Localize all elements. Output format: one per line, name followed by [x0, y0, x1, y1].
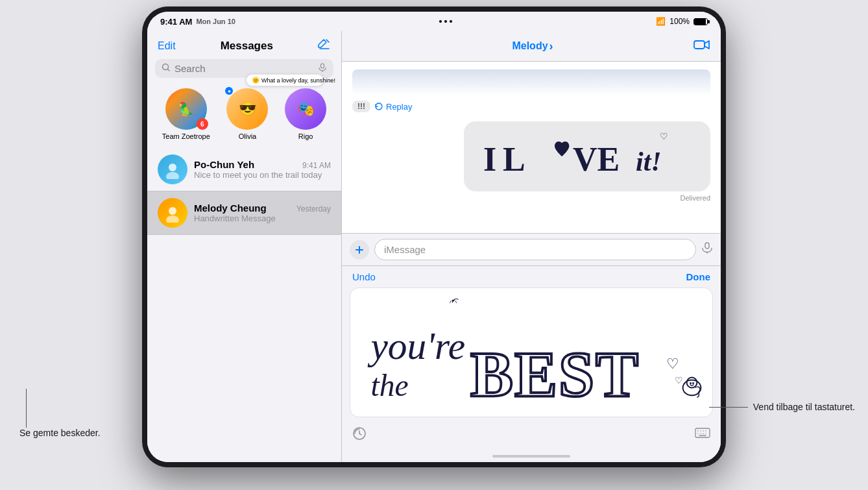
conv-top-pochun: Po-Chun Yeh 9:41 AM — [194, 159, 331, 170]
ipad-frame: 9:41 AM Mon Jun 10 📶 100% — [142, 6, 726, 467]
annotation-text-right: Vend tilbage til tastaturet. — [753, 402, 855, 412]
svg-point-4 — [166, 172, 179, 179]
annotation-line-left — [26, 389, 27, 428]
handwriting-area: Undo Done you're the BEST — [342, 265, 721, 450]
video-call-button[interactable] — [693, 38, 710, 55]
status-dot-2 — [444, 20, 447, 23]
status-right: 📶 100% — [656, 17, 708, 26]
blurred-content — [352, 69, 710, 95]
svg-text:♡: ♡ — [675, 375, 683, 386]
pinned-name-rigo: Rigo — [298, 132, 313, 140]
avatar-rigo: 🎭 — [285, 88, 326, 130]
love-it-bubble: I L VE it! ♡ — [464, 121, 710, 191]
avatar-melody — [158, 198, 187, 228]
handwriting-svg: you're the BEST ♡ ♡ — [350, 288, 712, 417]
chat-messages: !!! Replay — [342, 62, 721, 233]
annotation-line-right — [709, 407, 748, 408]
conversation-pochun[interactable]: Po-Chun Yeh 9:41 AM Nice to meet you on … — [147, 148, 341, 191]
edit-button[interactable]: Edit — [158, 40, 176, 52]
pinned-contact-rigo[interactable]: 🎭 Rigo — [285, 88, 326, 140]
conv-preview-pochun: Nice to meet you on the trail today — [194, 170, 331, 180]
handwriting-footer — [342, 423, 721, 450]
pinned-name-team: Team Zoetrope — [162, 132, 210, 140]
svg-text:I: I — [483, 141, 498, 178]
search-icon — [162, 63, 171, 74]
contact-name-label: Melody — [512, 40, 548, 52]
svg-text:BEST: BEST — [470, 339, 640, 410]
wifi-icon: 📶 — [656, 17, 666, 26]
pinned-contacts-row: 🦜 6 Team Zoetrope 🌞 What a lovely day, s… — [147, 83, 341, 148]
replay-icon-label: !!! — [352, 101, 370, 112]
home-bar — [492, 455, 570, 458]
imessage-input[interactable]: iMessage — [374, 239, 696, 260]
pinned-contact-olivia[interactable]: 🌞 What a lovely day, sunshine! 😎 ● Olivi… — [226, 88, 268, 140]
mic-icon[interactable] — [318, 63, 327, 74]
conv-preview-melody: Handwritten Message — [194, 214, 331, 223]
undo-button[interactable]: Undo — [352, 271, 376, 282]
svg-text:it!: it! — [636, 147, 662, 177]
conv-info-pochun: Po-Chun Yeh 9:41 AM Nice to meet you on … — [194, 159, 331, 180]
status-time: 9:41 AM — [160, 17, 192, 27]
ipad-screen: 9:41 AM Mon Jun 10 📶 100% — [147, 12, 721, 462]
svg-point-5 — [169, 207, 176, 215]
handwritten-message: I L VE it! ♡ — [352, 121, 710, 191]
chat-header: Melody › — [342, 31, 721, 62]
handwriting-canvas[interactable]: you're the BEST ♡ ♡ — [350, 288, 713, 417]
replay-area: !!! Replay — [352, 101, 710, 115]
svg-rect-13 — [705, 243, 709, 249]
svg-text:L: L — [503, 141, 525, 178]
conv-time-pochun: 9:41 AM — [302, 161, 331, 170]
annotation-left: Se gemte beskeder. — [19, 389, 101, 438]
conversation-melody[interactable]: Melody Cheung Yesterday Handwritten Mess… — [147, 191, 341, 235]
svg-text:you're: you're — [368, 325, 466, 367]
conv-info-melody: Melody Cheung Yesterday Handwritten Mess… — [194, 202, 331, 223]
pinned-contact-team[interactable]: 🦜 6 Team Zoetrope — [162, 88, 210, 140]
conv-top-melody: Melody Cheung Yesterday — [194, 202, 331, 214]
status-center — [439, 20, 452, 23]
conv-name-pochun: Po-Chun Yeh — [194, 159, 254, 170]
handwriting-toolbar: Undo Done — [342, 266, 721, 288]
svg-point-25 — [692, 382, 694, 384]
done-button[interactable]: Done — [686, 271, 711, 282]
app-content: Edit Messages — [147, 31, 721, 462]
svg-point-23 — [687, 378, 697, 388]
home-indicator — [342, 450, 721, 462]
battery-icon — [693, 18, 708, 25]
keyboard-button[interactable] — [695, 428, 710, 443]
svg-text:♡: ♡ — [660, 131, 668, 141]
conv-time-melody: Yesterday — [296, 204, 331, 214]
voice-input-button[interactable] — [701, 242, 713, 257]
chat-title[interactable]: Melody › — [512, 40, 553, 53]
sidebar-title: Messages — [221, 40, 273, 53]
sidebar-header: Edit Messages — [147, 31, 341, 59]
chat-area: Melody › — [342, 31, 721, 462]
chevron-icon: › — [549, 40, 553, 53]
sidebar: Edit Messages — [147, 31, 342, 462]
svg-rect-7 — [694, 41, 705, 49]
compose-button[interactable] — [318, 38, 331, 54]
svg-point-3 — [169, 164, 176, 171]
annotation-right: Vend tilbage til tastaturet. — [709, 402, 855, 412]
message-bubble-olivia: 🌞 What a lovely day, sunshine! — [246, 74, 324, 86]
history-button[interactable] — [352, 426, 367, 444]
replay-controls: !!! Replay — [352, 101, 412, 112]
svg-point-6 — [166, 215, 179, 223]
avatar-olivia: 😎 — [226, 88, 268, 130]
avatar-pochun — [158, 154, 187, 184]
unread-badge-team: 6 — [197, 118, 208, 130]
svg-point-24 — [690, 382, 692, 384]
status-dot-1 — [439, 20, 442, 23]
love-it-svg: I L VE it! ♡ — [477, 130, 697, 182]
pinned-name-olivia: Olivia — [239, 132, 257, 140]
battery-text: 100% — [669, 17, 690, 26]
status-date: Mon Jun 10 — [196, 18, 235, 25]
svg-text:VE: VE — [573, 141, 620, 178]
status-dot-3 — [450, 20, 452, 23]
search-input[interactable] — [175, 63, 314, 74]
replay-button[interactable]: Replay — [374, 102, 412, 112]
svg-text:the: the — [371, 369, 409, 402]
svg-text:♡: ♡ — [666, 356, 679, 372]
add-button[interactable] — [350, 240, 369, 260]
annotation-text-left: Se gemte beskeder. — [19, 428, 101, 438]
message-input-bar: iMessage — [342, 233, 721, 265]
